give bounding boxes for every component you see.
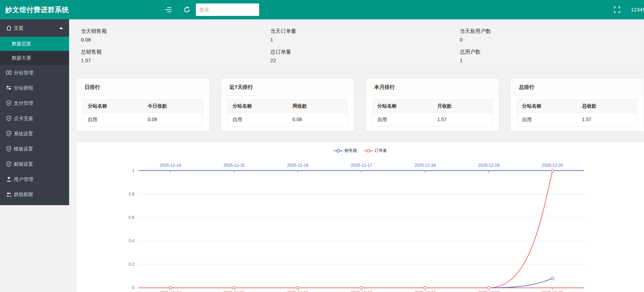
sidebar-item-label: 模板设置 (14, 146, 33, 152)
svg-text:2025-12-20: 2025-12-20 (542, 163, 563, 168)
stat-total-sales: 总销售额 1.57 (75, 46, 265, 66)
sidebar-item-label: 分站群组 (14, 85, 33, 91)
svg-text:2025-12-15: 2025-12-15 (224, 163, 245, 168)
sidebar-item-label: 用户管理 (14, 176, 33, 182)
sidebar-item-user-manage[interactable]: 用户管理 (0, 172, 69, 187)
stat-label: 总销售额 (81, 49, 259, 55)
hamburger-icon (165, 7, 172, 12)
columns-icon (6, 70, 12, 76)
rank-cell-amount: 0.08 (143, 113, 203, 126)
rank-col-header: 总收款 (577, 100, 637, 113)
sidebar-item-label: 点卡充值 (14, 116, 33, 121)
sidebar-item-group-permissions[interactable]: 群组权限 (0, 187, 69, 202)
sidebar-item-label: 邮箱设置 (14, 161, 33, 167)
rank-table: 分站名称 总收款 自用 1.57 (517, 99, 637, 127)
refresh-glyph (183, 6, 190, 13)
sidebar-item-substation-groups[interactable]: 分站群组 (0, 80, 69, 95)
sidebar-item-substation-manage[interactable]: 分站管理 (0, 65, 69, 80)
line-chart[interactable]: 00.20.40.60.812025-12-142025-12-142025-1… (76, 142, 644, 292)
sidebar-item-label: 数据大屏 (12, 55, 31, 61)
sidebar-item-label: 系统设置 (14, 131, 33, 136)
sidebar-item-system-settings[interactable]: 系统设置 (0, 126, 69, 141)
stat-value: 1 (270, 37, 448, 43)
sidebar-nav: 主页 数据总览 数据大屏 分站管理 分站群组 支付管理 点卡充值 (0, 19, 69, 205)
sidebar-item-label: 群组权限 (14, 192, 33, 197)
stat-label: 当天订单量 (270, 28, 448, 35)
rank-col-header: 分站名称 (372, 100, 433, 113)
table-row: 自用 0.08 (83, 113, 203, 126)
rank-card-total: 总排行 分站名称 总收款 自用 1.57 (510, 78, 644, 131)
search-input[interactable] (196, 3, 259, 16)
stat-today-sales: 当天销售额 0.08 (75, 25, 265, 46)
app-title: 妙文馆付费进群系统 (5, 0, 69, 19)
stat-label: 总订单量 (270, 49, 448, 55)
svg-text:2025-12-17: 2025-12-17 (351, 290, 372, 292)
svg-text:2025-12-17: 2025-12-17 (351, 163, 372, 168)
sidebar-item-data-overview[interactable]: 数据总览 (0, 37, 69, 51)
stat-value: 22 (270, 57, 448, 63)
sidebar-item-card-recharge[interactable]: 点卡充值 (0, 111, 69, 126)
rank-cell-site: 自用 (83, 113, 143, 126)
sidebar-item-data-screen[interactable]: 数据大屏 (0, 51, 69, 65)
sidebar-item-label: 支付管理 (14, 100, 33, 106)
svg-text:2025-12-19: 2025-12-19 (478, 163, 500, 168)
svg-text:2025-12-18: 2025-12-18 (415, 163, 436, 168)
sidebar-item-label: 数据总览 (12, 41, 31, 46)
stats-overview-panel: 当天销售额 0.08 当天订单量 1 当天新用户数 0 总销售额 1.57 总订… (75, 25, 644, 66)
user-icon (6, 176, 12, 182)
svg-text:0.8: 0.8 (129, 192, 134, 197)
svg-text:2025-12-14: 2025-12-14 (160, 290, 181, 292)
fullscreen-icon[interactable] (612, 5, 622, 15)
refresh-icon[interactable] (182, 5, 192, 15)
rank-card-title: 本月排行 (366, 79, 499, 96)
svg-text:0.4: 0.4 (129, 238, 134, 243)
svg-text:2025-12-15: 2025-12-15 (224, 290, 245, 292)
rank-col-header: 分站名称 (83, 100, 143, 113)
collapse-menu-icon[interactable] (163, 5, 173, 15)
chevron-up-icon (59, 27, 63, 29)
sliders-icon (6, 85, 12, 91)
sales-orders-chart-card: 销售额 订单量 00.20.40.60.812025-12-142025-12-… (76, 142, 644, 292)
svg-text:2025-12-20: 2025-12-20 (542, 290, 563, 292)
rank-col-header: 月收款 (433, 100, 493, 113)
svg-text:2025-12-18: 2025-12-18 (415, 290, 436, 292)
rank-cell-amount: 1.57 (433, 113, 493, 126)
rank-cell-amount: 0.08 (288, 113, 348, 126)
users-icon (6, 192, 12, 198)
shield-check-icon (6, 146, 12, 152)
table-row: 自用 0.08 (228, 113, 348, 126)
stat-total-orders: 总订单量 22 (265, 46, 454, 66)
shield-check-icon (6, 100, 12, 106)
rank-cell-site: 自用 (372, 113, 433, 126)
stat-today-orders: 当天订单量 1 (265, 25, 454, 46)
stat-value: 1.57 (81, 57, 259, 63)
rank-card-week: 近7天排行 分站名称 周收款 自用 0.08 (221, 78, 354, 131)
rank-table: 分站名称 今日收款 自用 0.08 (83, 99, 203, 127)
svg-text:0.2: 0.2 (129, 262, 134, 267)
sidebar-item-payment-manage[interactable]: 支付管理 (0, 95, 69, 111)
shield-check-icon (6, 161, 12, 167)
rank-cell-amount: 1.57 (577, 113, 637, 126)
table-row: 自用 1.57 (372, 113, 492, 126)
rank-cell-site: 自用 (517, 113, 577, 126)
rank-col-header: 分站名称 (517, 100, 577, 113)
svg-text:2025-12-16: 2025-12-16 (287, 163, 309, 168)
home-icon (6, 25, 12, 31)
sidebar-item-label: 分站管理 (14, 70, 33, 75)
fullscreen-glyph (614, 7, 620, 13)
svg-text:2025-12-14: 2025-12-14 (160, 163, 181, 168)
user-menu[interactable]: 12345 (631, 0, 644, 19)
rank-col-header: 周收款 (288, 100, 348, 113)
rank-table: 分站名称 周收款 自用 0.08 (227, 99, 348, 127)
rank-table: 分站名称 月收款 自用 1.57 (372, 99, 493, 127)
rank-card-title: 近7天排行 (221, 79, 354, 96)
header-bar: 妙文馆付费进群系统 12345 (0, 0, 644, 19)
stat-label: 总用户数 (460, 49, 638, 55)
stat-value: 0.08 (81, 37, 259, 43)
sidebar-item-home[interactable]: 主页 (0, 19, 69, 37)
rank-card-title: 日排行 (76, 79, 209, 96)
stat-total-users: 总用户数 1 (454, 46, 644, 66)
sidebar-item-mail-settings[interactable]: 邮箱设置 (0, 156, 69, 172)
stat-today-new-users: 当天新用户数 0 (454, 25, 644, 46)
sidebar-item-template-settings[interactable]: 模板设置 (0, 141, 69, 156)
